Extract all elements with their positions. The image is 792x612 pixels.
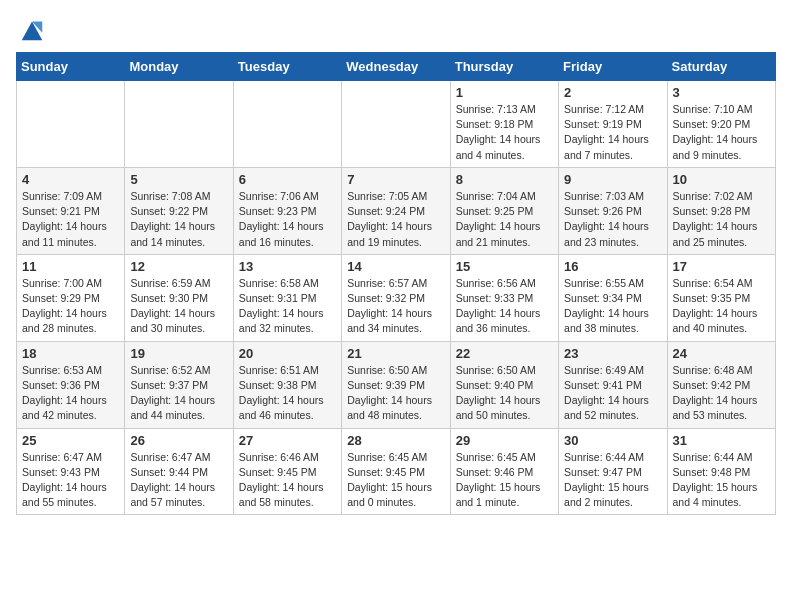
day-number: 26 xyxy=(130,433,227,448)
day-number: 3 xyxy=(673,85,770,100)
day-info: Sunrise: 7:05 AM Sunset: 9:24 PM Dayligh… xyxy=(347,189,444,250)
day-info: Sunrise: 6:44 AM Sunset: 9:48 PM Dayligh… xyxy=(673,450,770,511)
logo-icon xyxy=(18,16,46,44)
day-info: Sunrise: 7:12 AM Sunset: 9:19 PM Dayligh… xyxy=(564,102,661,163)
calendar-cell: 7Sunrise: 7:05 AM Sunset: 9:24 PM Daylig… xyxy=(342,167,450,254)
calendar-cell: 3Sunrise: 7:10 AM Sunset: 9:20 PM Daylig… xyxy=(667,81,775,168)
day-info: Sunrise: 6:56 AM Sunset: 9:33 PM Dayligh… xyxy=(456,276,553,337)
day-number: 28 xyxy=(347,433,444,448)
day-number: 1 xyxy=(456,85,553,100)
weekday-header-row: SundayMondayTuesdayWednesdayThursdayFrid… xyxy=(17,53,776,81)
day-info: Sunrise: 7:02 AM Sunset: 9:28 PM Dayligh… xyxy=(673,189,770,250)
weekday-header-tuesday: Tuesday xyxy=(233,53,341,81)
day-number: 13 xyxy=(239,259,336,274)
day-info: Sunrise: 6:57 AM Sunset: 9:32 PM Dayligh… xyxy=(347,276,444,337)
calendar-cell xyxy=(125,81,233,168)
day-info: Sunrise: 6:44 AM Sunset: 9:47 PM Dayligh… xyxy=(564,450,661,511)
day-number: 11 xyxy=(22,259,119,274)
calendar-cell: 27Sunrise: 6:46 AM Sunset: 9:45 PM Dayli… xyxy=(233,428,341,515)
calendar-cell: 22Sunrise: 6:50 AM Sunset: 9:40 PM Dayli… xyxy=(450,341,558,428)
calendar-cell: 18Sunrise: 6:53 AM Sunset: 9:36 PM Dayli… xyxy=(17,341,125,428)
day-info: Sunrise: 6:49 AM Sunset: 9:41 PM Dayligh… xyxy=(564,363,661,424)
weekday-header-thursday: Thursday xyxy=(450,53,558,81)
day-number: 4 xyxy=(22,172,119,187)
calendar-cell: 25Sunrise: 6:47 AM Sunset: 9:43 PM Dayli… xyxy=(17,428,125,515)
page-header xyxy=(16,16,776,44)
day-info: Sunrise: 6:53 AM Sunset: 9:36 PM Dayligh… xyxy=(22,363,119,424)
calendar-cell: 13Sunrise: 6:58 AM Sunset: 9:31 PM Dayli… xyxy=(233,254,341,341)
day-info: Sunrise: 6:50 AM Sunset: 9:39 PM Dayligh… xyxy=(347,363,444,424)
calendar-cell: 11Sunrise: 7:00 AM Sunset: 9:29 PM Dayli… xyxy=(17,254,125,341)
calendar-cell xyxy=(342,81,450,168)
day-number: 27 xyxy=(239,433,336,448)
day-info: Sunrise: 6:46 AM Sunset: 9:45 PM Dayligh… xyxy=(239,450,336,511)
day-number: 12 xyxy=(130,259,227,274)
day-info: Sunrise: 6:54 AM Sunset: 9:35 PM Dayligh… xyxy=(673,276,770,337)
day-info: Sunrise: 7:00 AM Sunset: 9:29 PM Dayligh… xyxy=(22,276,119,337)
day-info: Sunrise: 6:47 AM Sunset: 9:43 PM Dayligh… xyxy=(22,450,119,511)
calendar-cell: 5Sunrise: 7:08 AM Sunset: 9:22 PM Daylig… xyxy=(125,167,233,254)
day-number: 15 xyxy=(456,259,553,274)
calendar-cell: 28Sunrise: 6:45 AM Sunset: 9:45 PM Dayli… xyxy=(342,428,450,515)
day-info: Sunrise: 6:47 AM Sunset: 9:44 PM Dayligh… xyxy=(130,450,227,511)
weekday-header-friday: Friday xyxy=(559,53,667,81)
day-info: Sunrise: 7:04 AM Sunset: 9:25 PM Dayligh… xyxy=(456,189,553,250)
week-row-3: 18Sunrise: 6:53 AM Sunset: 9:36 PM Dayli… xyxy=(17,341,776,428)
calendar-cell: 24Sunrise: 6:48 AM Sunset: 9:42 PM Dayli… xyxy=(667,341,775,428)
day-info: Sunrise: 7:06 AM Sunset: 9:23 PM Dayligh… xyxy=(239,189,336,250)
day-number: 20 xyxy=(239,346,336,361)
weekday-header-monday: Monday xyxy=(125,53,233,81)
weekday-header-wednesday: Wednesday xyxy=(342,53,450,81)
day-number: 14 xyxy=(347,259,444,274)
day-number: 5 xyxy=(130,172,227,187)
calendar-cell: 15Sunrise: 6:56 AM Sunset: 9:33 PM Dayli… xyxy=(450,254,558,341)
calendar-cell: 10Sunrise: 7:02 AM Sunset: 9:28 PM Dayli… xyxy=(667,167,775,254)
day-number: 25 xyxy=(22,433,119,448)
calendar-cell: 21Sunrise: 6:50 AM Sunset: 9:39 PM Dayli… xyxy=(342,341,450,428)
calendar-cell: 14Sunrise: 6:57 AM Sunset: 9:32 PM Dayli… xyxy=(342,254,450,341)
day-number: 9 xyxy=(564,172,661,187)
day-info: Sunrise: 6:59 AM Sunset: 9:30 PM Dayligh… xyxy=(130,276,227,337)
day-info: Sunrise: 6:55 AM Sunset: 9:34 PM Dayligh… xyxy=(564,276,661,337)
calendar-cell: 9Sunrise: 7:03 AM Sunset: 9:26 PM Daylig… xyxy=(559,167,667,254)
day-number: 31 xyxy=(673,433,770,448)
day-info: Sunrise: 7:09 AM Sunset: 9:21 PM Dayligh… xyxy=(22,189,119,250)
calendar-table: SundayMondayTuesdayWednesdayThursdayFrid… xyxy=(16,52,776,515)
calendar-cell: 12Sunrise: 6:59 AM Sunset: 9:30 PM Dayli… xyxy=(125,254,233,341)
week-row-1: 4Sunrise: 7:09 AM Sunset: 9:21 PM Daylig… xyxy=(17,167,776,254)
calendar-cell: 16Sunrise: 6:55 AM Sunset: 9:34 PM Dayli… xyxy=(559,254,667,341)
day-info: Sunrise: 7:03 AM Sunset: 9:26 PM Dayligh… xyxy=(564,189,661,250)
day-number: 17 xyxy=(673,259,770,274)
week-row-2: 11Sunrise: 7:00 AM Sunset: 9:29 PM Dayli… xyxy=(17,254,776,341)
day-info: Sunrise: 7:13 AM Sunset: 9:18 PM Dayligh… xyxy=(456,102,553,163)
day-number: 2 xyxy=(564,85,661,100)
day-info: Sunrise: 6:51 AM Sunset: 9:38 PM Dayligh… xyxy=(239,363,336,424)
calendar-cell xyxy=(17,81,125,168)
week-row-4: 25Sunrise: 6:47 AM Sunset: 9:43 PM Dayli… xyxy=(17,428,776,515)
day-info: Sunrise: 7:08 AM Sunset: 9:22 PM Dayligh… xyxy=(130,189,227,250)
logo xyxy=(16,16,46,44)
calendar-cell: 19Sunrise: 6:52 AM Sunset: 9:37 PM Dayli… xyxy=(125,341,233,428)
day-info: Sunrise: 6:50 AM Sunset: 9:40 PM Dayligh… xyxy=(456,363,553,424)
day-info: Sunrise: 6:45 AM Sunset: 9:46 PM Dayligh… xyxy=(456,450,553,511)
day-number: 19 xyxy=(130,346,227,361)
day-number: 18 xyxy=(22,346,119,361)
calendar-cell: 26Sunrise: 6:47 AM Sunset: 9:44 PM Dayli… xyxy=(125,428,233,515)
day-info: Sunrise: 6:48 AM Sunset: 9:42 PM Dayligh… xyxy=(673,363,770,424)
calendar-cell: 29Sunrise: 6:45 AM Sunset: 9:46 PM Dayli… xyxy=(450,428,558,515)
calendar-cell: 30Sunrise: 6:44 AM Sunset: 9:47 PM Dayli… xyxy=(559,428,667,515)
day-number: 22 xyxy=(456,346,553,361)
day-number: 6 xyxy=(239,172,336,187)
day-number: 10 xyxy=(673,172,770,187)
calendar-cell: 17Sunrise: 6:54 AM Sunset: 9:35 PM Dayli… xyxy=(667,254,775,341)
calendar-cell: 4Sunrise: 7:09 AM Sunset: 9:21 PM Daylig… xyxy=(17,167,125,254)
day-info: Sunrise: 6:52 AM Sunset: 9:37 PM Dayligh… xyxy=(130,363,227,424)
calendar-cell: 6Sunrise: 7:06 AM Sunset: 9:23 PM Daylig… xyxy=(233,167,341,254)
calendar-cell: 23Sunrise: 6:49 AM Sunset: 9:41 PM Dayli… xyxy=(559,341,667,428)
day-number: 29 xyxy=(456,433,553,448)
calendar-cell xyxy=(233,81,341,168)
day-number: 8 xyxy=(456,172,553,187)
calendar-cell: 2Sunrise: 7:12 AM Sunset: 9:19 PM Daylig… xyxy=(559,81,667,168)
day-info: Sunrise: 6:58 AM Sunset: 9:31 PM Dayligh… xyxy=(239,276,336,337)
day-number: 23 xyxy=(564,346,661,361)
